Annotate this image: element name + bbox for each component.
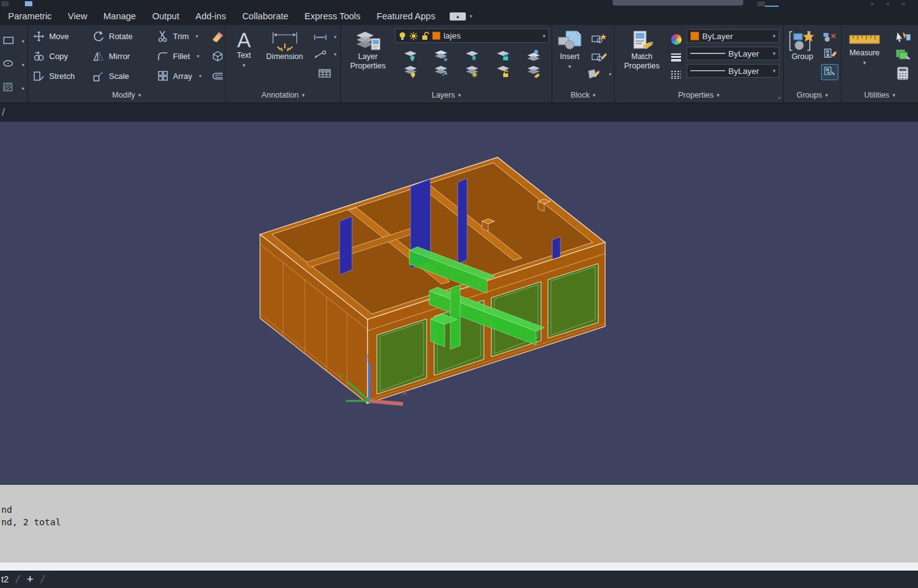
measure-dropdown-icon[interactable]: [863, 58, 866, 68]
layout-tab[interactable]: t2: [0, 574, 9, 584]
text-button[interactable]: A Text: [231, 25, 257, 87]
stretch-button[interactable]: Stretch: [33, 70, 93, 82]
group-selection-toggle[interactable]: [821, 64, 838, 80]
layer-unlock-icon[interactable]: [421, 32, 429, 40]
rotate-button[interactable]: Rotate: [93, 30, 157, 42]
insert-dropdown-icon[interactable]: [568, 62, 572, 71]
layer-on-tools-icon[interactable]: [403, 65, 418, 78]
select-similar-icon[interactable]: [895, 48, 911, 61]
linetype-icon[interactable]: [670, 70, 682, 79]
layer-lock-icon[interactable]: [496, 50, 511, 61]
properties-dialog-launcher-icon[interactable]: ⌟: [777, 93, 781, 99]
dimension-button[interactable]: Dimension: [262, 25, 307, 87]
panel-layers: Layer Properties lajes: [341, 25, 552, 103]
properties-panel-label[interactable]: Properties: [614, 87, 783, 103]
tab-express-tools[interactable]: Express Tools: [297, 7, 369, 25]
layer-properties-button[interactable]: Layer Properties: [345, 25, 391, 87]
copy-button[interactable]: Copy: [33, 50, 93, 62]
tab-parametric[interactable]: Parametric: [0, 7, 60, 25]
layer-on-icon[interactable]: [399, 32, 406, 40]
dimension-label: Dimension: [266, 52, 303, 62]
linetype-chevron-icon[interactable]: [772, 68, 776, 74]
layer-thaw-tools-icon[interactable]: [465, 65, 480, 78]
object-color-combo[interactable]: ByLayer: [687, 29, 779, 43]
scale-label: Scale: [109, 71, 129, 81]
tab-output[interactable]: Output: [144, 7, 188, 25]
object-color-chevron-icon[interactable]: [772, 33, 776, 39]
quick-calculator-icon[interactable]: [896, 67, 910, 80]
ucs-x-label: X: [402, 388, 407, 397]
dim-style-icon[interactable]: [313, 34, 336, 41]
quick-access-icon[interactable]: [25, 1, 32, 6]
tab-featured-apps[interactable]: Featured Apps: [369, 7, 443, 25]
command-input-strip[interactable]: [0, 563, 918, 571]
layer-unlock-tools-icon[interactable]: [496, 65, 511, 78]
offset-button[interactable]: [211, 71, 227, 81]
layer-make-current-icon[interactable]: [526, 49, 541, 62]
annotation-panel-label[interactable]: Annotation: [226, 87, 340, 103]
new-layout-button[interactable]: +: [27, 572, 34, 586]
tab-addins[interactable]: Add-ins: [187, 7, 234, 25]
ribbon-collapse-options-icon[interactable]: [470, 13, 473, 19]
table-icon[interactable]: [318, 68, 331, 78]
layer-select-combo[interactable]: lajes: [395, 29, 549, 43]
layers-panel-label[interactable]: Layers: [341, 87, 552, 103]
mirror-button[interactable]: Mirror: [93, 50, 157, 62]
modify-panel-label[interactable]: Modify: [28, 87, 225, 103]
ribbon-collapse-button[interactable]: [450, 12, 466, 21]
layer-isolate-icon[interactable]: [434, 49, 448, 62]
block-panel-label[interactable]: Block: [552, 87, 614, 103]
drawing-viewport[interactable]: Z Y X: [0, 122, 918, 484]
file-tab-bar[interactable]: /: [0, 103, 918, 122]
restore-button[interactable]: [886, 2, 889, 5]
layer-freeze-icon[interactable]: [465, 50, 480, 61]
lineweight-icon[interactable]: [670, 53, 682, 62]
layer-off-icon[interactable]: [403, 50, 418, 61]
edit-block-icon[interactable]: [591, 50, 607, 62]
utilities-panel-label[interactable]: Utilities: [842, 87, 918, 103]
command-history[interactable]: nd nd, 2 total: [0, 484, 918, 563]
close-button[interactable]: [902, 2, 905, 5]
group-button[interactable]: Group: [786, 25, 818, 87]
explode-button[interactable]: [211, 50, 227, 62]
lineweight-combo[interactable]: ByLayer: [687, 47, 779, 60]
measure-button[interactable]: Measure: [846, 25, 883, 87]
panel-annotation: A Text Dimension: [226, 25, 341, 103]
tab-manage[interactable]: Manage: [95, 7, 144, 25]
create-block-icon[interactable]: [591, 32, 607, 44]
match-properties-button[interactable]: Match Properties: [618, 25, 665, 87]
text-dropdown-icon[interactable]: [243, 60, 246, 70]
minimize-button[interactable]: [871, 2, 874, 5]
move-button[interactable]: Move: [33, 30, 93, 42]
hatch-tool-icon[interactable]: [2, 82, 27, 92]
insert-icon: [557, 30, 582, 52]
tab-collaborate[interactable]: Collaborate: [234, 7, 296, 25]
edit-attributes-icon[interactable]: [587, 68, 611, 80]
trim-button[interactable]: Trim: [157, 30, 211, 42]
array-button[interactable]: Array: [157, 70, 211, 81]
group-edit-icon[interactable]: [822, 48, 837, 58]
rectangle-tool-icon[interactable]: [2, 35, 27, 45]
linetype-combo[interactable]: ByLayer: [687, 64, 779, 78]
panel-properties: Match Properties ByLayer ByLayer: [614, 25, 784, 103]
lineweight-chevron-icon[interactable]: [772, 50, 776, 57]
properties-panel-label-text: Properties: [678, 91, 713, 99]
account-icon[interactable]: [758, 1, 765, 6]
ungroup-icon[interactable]: [822, 32, 837, 42]
scale-button[interactable]: Scale: [93, 70, 157, 82]
groups-panel-label[interactable]: Groups: [784, 87, 841, 103]
ellipse-tool-icon[interactable]: [2, 58, 27, 68]
search-bar[interactable]: [613, 0, 743, 6]
erase-button[interactable]: [211, 30, 227, 42]
array-label: Array: [173, 71, 192, 81]
tab-view[interactable]: View: [60, 7, 95, 25]
insert-button[interactable]: Insert: [556, 25, 583, 87]
layer-match-icon[interactable]: [526, 65, 541, 78]
layer-combo-chevron-icon[interactable]: [542, 33, 545, 39]
layer-unisolate-icon[interactable]: [434, 65, 448, 78]
leader-icon[interactable]: [313, 50, 336, 59]
layer-thaw-icon[interactable]: [409, 32, 418, 40]
color-wheel-icon[interactable]: [671, 34, 682, 45]
fillet-button[interactable]: Fillet: [157, 50, 211, 62]
quick-select-icon[interactable]: [895, 32, 911, 43]
